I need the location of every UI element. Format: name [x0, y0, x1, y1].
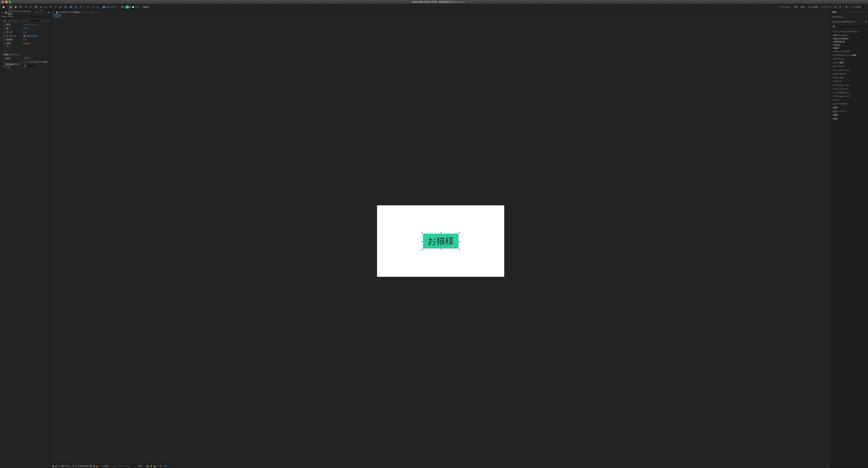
camera-tool[interactable]: 📷 — [33, 5, 38, 9]
exposure-value[interactable]: +0.0 — [163, 465, 167, 467]
orbit-tool[interactable]: ⟲ — [24, 5, 28, 9]
handle-mr[interactable] — [459, 241, 460, 242]
tab-composition[interactable]: 🔒コンポジション terop ≡ — [56, 11, 80, 14]
preset-category[interactable]: ›描画 — [831, 106, 868, 109]
reset-link[interactable]: リセット — [42, 20, 50, 23]
views-dropdown[interactable]: 1画面 ⌄ — [136, 464, 146, 468]
minimize-window-button[interactable] — [5, 1, 7, 3]
preset-category[interactable]: ›イマーシブビデオ — [831, 49, 868, 53]
sync-icon[interactable]: ⟳ — [839, 6, 841, 8]
hand-tool[interactable]: ✋ — [13, 5, 18, 9]
preset-category[interactable]: ›マット — [831, 98, 868, 102]
effects-presets-header[interactable]: エフェクト＆プリセット≡ — [831, 20, 868, 24]
stopwatch-icon[interactable] — [3, 65, 5, 67]
time-display[interactable]: 0:00:00:00 — [79, 465, 88, 467]
anchor-tool[interactable]: ⊡ — [38, 5, 43, 9]
preset-category[interactable]: ›Matte — [831, 46, 868, 49]
info-panel-header[interactable]: 情報 — [831, 10, 868, 14]
handle-tm[interactable] — [441, 232, 442, 233]
workspace-default[interactable]: デフォルト — [780, 6, 791, 8]
handle-ml[interactable] — [422, 241, 423, 242]
3d-icon[interactable]: ⬚ — [157, 465, 159, 467]
preset-category[interactable]: ›Boris FX Mocha — [831, 37, 868, 40]
stopwatch-icon[interactable] — [3, 39, 6, 41]
world-axis-button[interactable]: ⊕ — [91, 5, 95, 9]
pen-tool[interactable]: ✒ — [49, 5, 53, 9]
close-window-button[interactable] — [2, 1, 4, 3]
fill-swatch[interactable] — [126, 6, 129, 8]
transparency-icon[interactable]: ▩ — [154, 465, 155, 467]
pinning-dropdown[interactable]: 水平エッジ⌄ — [23, 57, 39, 60]
channel-icon[interactable]: ◉ — [93, 465, 95, 467]
view-axis-button[interactable]: ◉ — [96, 5, 100, 9]
effect-name-dropdown[interactable]: タービュレン...レイス — [7, 19, 41, 23]
handle-tl[interactable] — [422, 232, 423, 233]
zoom-tool[interactable]: 🔍 — [19, 5, 23, 9]
handle-bm[interactable] — [441, 249, 442, 250]
preset-category[interactable]: ›カラー補正 — [831, 61, 868, 65]
twisty-icon[interactable]: ⌄ — [1, 20, 3, 22]
rotate-tool[interactable]: ↻ — [29, 5, 33, 9]
add-menu-icon[interactable]: ⊕ — [148, 6, 149, 8]
text-tool[interactable]: T — [54, 5, 58, 9]
tab-project[interactable]: プロジ — [39, 9, 45, 15]
preset-category[interactable]: ›旧バージョン — [831, 109, 868, 113]
workspace-library[interactable]: ライブラリ — [821, 6, 831, 8]
evolution-dial[interactable] — [4, 45, 10, 51]
stroke-swatch[interactable] — [131, 6, 134, 8]
resolution-icon[interactable]: ⊞ — [72, 465, 74, 467]
preset-category[interactable]: ›ノイズ＆グレイン — [831, 91, 868, 95]
preset-category[interactable]: ›エクスプレッション制御 — [831, 53, 868, 57]
amount-value[interactable]: 171.0 — [23, 27, 29, 30]
link-icon[interactable]: ∞ — [58, 465, 60, 467]
snapshot-icon[interactable]: 📷 — [89, 465, 92, 467]
eraser-tool[interactable]: ⌫ — [68, 5, 73, 9]
audio-panel-header[interactable]: オーディオ — [831, 15, 868, 19]
color-mgmt-icon[interactable]: ◆ — [96, 465, 98, 467]
panel-menu-icon[interactable]: ≡ — [865, 20, 866, 23]
telop-element[interactable]: お猫様 — [423, 234, 459, 248]
preset-category[interactable]: ›CINEMA 4D — [831, 40, 868, 43]
antialias-dropdown[interactable]: 低⌄ — [23, 64, 39, 68]
clone-tool[interactable]: ⊞ — [63, 5, 68, 9]
panel-close-icon[interactable]: × — [1, 11, 2, 13]
preset-category[interactable]: ›* アニメーションプリセット — [831, 30, 868, 33]
complexity-value[interactable]: 2.6 — [23, 39, 26, 41]
stopwatch-icon[interactable] — [3, 31, 6, 33]
preset-category[interactable]: ›ブラー＆シャープ — [831, 95, 868, 98]
preset-category[interactable]: ›キーイング — [831, 65, 868, 68]
tab-effect-controls[interactable]: 🔒 エフェクトコントロール back ≡ — [5, 10, 37, 15]
deform-dropdown[interactable]: タービュレント⌄ — [23, 23, 41, 27]
resize-checkbox[interactable] — [23, 61, 25, 63]
evolution-value[interactable]: 0x+0.0° — [23, 42, 30, 45]
stroke-width[interactable]: 0 px — [135, 6, 139, 8]
comp-tab-terop[interactable]: terop — [53, 14, 62, 18]
stopwatch-icon[interactable] — [3, 42, 6, 45]
home-button[interactable]: 🏠 — [1, 5, 6, 9]
workspace-small[interactable]: 小さい画面 — [808, 6, 818, 8]
panel-overflow-icon[interactable]: ≫ — [48, 11, 50, 13]
fullscreen-icon[interactable]: ⛶ — [827, 465, 829, 467]
preset-category[interactable]: ›チャンネル — [831, 76, 868, 79]
preset-category[interactable]: ›時間 — [831, 113, 868, 117]
roto-tool[interactable]: 👤 — [73, 5, 78, 9]
preset-category[interactable]: ›3D チャンネル — [831, 33, 868, 37]
snap-options-icon[interactable]: ⚙ — [114, 6, 116, 8]
offset-value[interactable]: 960.0,540.0 — [27, 35, 38, 37]
stopwatch-icon[interactable] — [3, 27, 6, 30]
stopwatch-icon[interactable] — [3, 24, 6, 26]
preset-category[interactable]: ›トランジション — [831, 87, 868, 91]
snap-checkbox[interactable]: スナップ — [103, 6, 114, 8]
workspace-learn[interactable]: 学習 — [794, 6, 798, 8]
preset-category[interactable]: ›遠近 — [831, 117, 868, 121]
render-icon[interactable]: ⚙ — [160, 465, 162, 467]
preset-category[interactable]: ›Keying — [831, 43, 868, 46]
preset-category[interactable]: ›テキスト — [831, 79, 868, 83]
workspace-overflow-icon[interactable]: ≫ — [834, 6, 836, 8]
panel-close-icon[interactable]: × — [52, 11, 54, 13]
crosshair-icon[interactable]: ⊕ — [23, 35, 26, 37]
workspace-standard[interactable]: 標準 — [801, 6, 805, 8]
preset-category[interactable]: ›オーディオ — [831, 57, 868, 61]
view-options-icon[interactable]: ▭ — [113, 465, 115, 467]
quality-dropdown[interactable]: フル画質 ⌄ — [99, 464, 112, 468]
